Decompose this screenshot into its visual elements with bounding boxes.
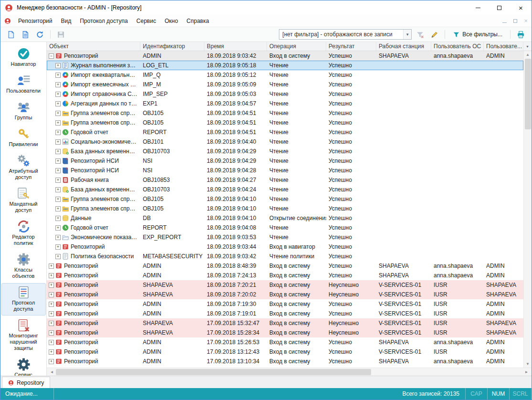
table-row[interactable]: +РепозиторийSHAPAEVA18.09.2018 7:20:21Вх… [47, 280, 523, 290]
table-row[interactable]: +Группа элементов справ...OBJ10518.09.20… [47, 118, 523, 127]
column-header-os-user[interactable]: Пользователь ОС [431, 42, 484, 51]
table-row[interactable]: +Репозиторий18.09.2018 9:03:44Вход в нав… [47, 242, 523, 252]
table-row[interactable]: +Рабочая книгаOBJ1085318.09.2018 9:04:27… [47, 175, 523, 185]
tab-repository[interactable]: Repository [2, 377, 50, 388]
tree-expander[interactable]: + [55, 168, 61, 173]
all-filters-button[interactable]: Все фильтры... [449, 29, 506, 40]
tree-expander[interactable]: + [49, 330, 54, 336]
table-row[interactable]: +Агрегация данных по те...EXP118.09.2018… [47, 99, 523, 108]
menu-window[interactable]: Окно [160, 15, 182, 27]
table-row[interactable]: +ДанныеDB18.09.2018 9:04:10Открытие соед… [47, 213, 523, 223]
table-row[interactable]: +РепозиторийADMIN18.09.2018 7:19:01Вход … [47, 309, 523, 318]
tree-expander[interactable]: + [49, 273, 54, 278]
mdi-restore-icon[interactable] [513, 18, 517, 24]
table-row[interactable]: +РепозиторийADMIN18.09.2018 7:19:30Вход … [47, 299, 523, 309]
menu-access-protocol[interactable]: Протокол доступа [75, 15, 132, 27]
column-header-object[interactable]: Объект [47, 42, 140, 51]
sidebar-item-service[interactable]: Сервис [1, 355, 46, 376]
tree-expander[interactable]: + [55, 225, 61, 231]
table-row[interactable]: +Группа элементов справ...OBJ10518.09.20… [47, 194, 523, 204]
table-row[interactable]: +РепозиторийADMIN17.09.2018 13:12:43Вход… [47, 347, 523, 357]
table-row[interactable]: +РепозиторийSHAPAEVA17.09.2018 15:32:47В… [47, 318, 523, 328]
sidebar-item-violation-monitoring[interactable]: Мониторинг нарушений защиты [1, 316, 46, 355]
sidebar-item-privileges[interactable]: Привилегии [1, 125, 46, 151]
tree-expander[interactable]: + [49, 302, 54, 307]
tree-expander[interactable]: + [55, 82, 61, 87]
table-row[interactable]: +РепозиторийADMIN17.09.2018 13:10:34Вход… [47, 357, 523, 366]
open-document-button[interactable] [20, 29, 32, 40]
table-row[interactable]: +Политика безопасностиMETABASESECURITY18… [47, 252, 523, 261]
table-row[interactable]: +РепозиторийSHAPAEVA18.09.2018 7:20:02Вх… [47, 290, 523, 299]
scroll-left-icon[interactable]: ◄ [48, 370, 55, 374]
table-row[interactable]: +РепозиторийSHAPAEVA17.09.2018 15:28:34В… [47, 328, 523, 337]
refresh-button[interactable] [34, 29, 46, 40]
table-row[interactable]: +Группа элементов справ...OBJ10518.09.20… [47, 204, 523, 213]
tree-expander[interactable]: + [49, 321, 54, 326]
table-row[interactable]: +База данных временных ...OBJ1070318.09.… [47, 185, 523, 194]
tree-expander[interactable]: + [55, 197, 61, 202]
menu-repository[interactable]: Репозиторий [14, 15, 57, 27]
tree-expander[interactable]: + [55, 130, 61, 135]
tree-expander[interactable]: + [49, 349, 54, 355]
column-header-user[interactable]: Пользовате... [484, 42, 523, 51]
maximize-button[interactable] [489, 0, 510, 15]
table-row[interactable]: +Импорт ежеквартальны...IMP_Q18.09.2018 … [47, 70, 523, 80]
sidebar-item-object-classes[interactable]: Классы объектов [1, 250, 46, 283]
menu-view[interactable]: Вид [57, 15, 76, 27]
chevron-down-icon[interactable]: ▼ [403, 30, 411, 39]
tree-expander[interactable]: + [55, 206, 61, 211]
sidebar-item-access-protocol[interactable]: Протокол доступа [1, 283, 46, 316]
tree-expander[interactable]: + [49, 263, 54, 269]
clear-filter-button[interactable] [414, 29, 426, 40]
tree-expander[interactable]: + [55, 254, 61, 259]
table-row[interactable]: +РепозиторийADMIN17.09.2018 15:26:53Вход… [47, 337, 523, 347]
tree-expander[interactable]: + [55, 158, 61, 164]
tree-expander[interactable]: + [49, 311, 54, 316]
mdi-minimize-icon[interactable] [502, 18, 507, 24]
table-row[interactable]: +Репозиторий НСИNSI18.09.2018 9:04:29Чте… [47, 156, 523, 166]
vertical-scroll-thumb[interactable] [525, 59, 531, 129]
sidebar-item-navigator[interactable]: Навигатор [1, 44, 46, 71]
tree-expander[interactable]: + [55, 101, 61, 106]
mdi-close-icon[interactable]: × [524, 17, 528, 24]
sidebar-item-policy-editor[interactable]: Редактор политик [1, 217, 46, 250]
tree-expander[interactable]: + [55, 178, 61, 183]
sidebar-item-groups[interactable]: Группы [1, 98, 46, 124]
tree-expander[interactable]: − [49, 53, 54, 59]
table-row[interactable]: +Годовой отчетREPORT18.09.2018 9:04:08Чт… [47, 223, 523, 232]
column-chooser-button[interactable]: ▼ [523, 42, 532, 51]
scroll-down-icon[interactable]: ▼ [524, 360, 532, 368]
mdi-system-menu-icon[interactable] [4, 18, 11, 24]
table-row[interactable]: +Социально-экономичес...OBJ10118.09.2018… [47, 137, 523, 147]
scroll-up-icon[interactable]: ▲ [524, 51, 532, 58]
table-row[interactable]: +Годовой отчетREPORT18.09.2018 9:04:51Чт… [47, 127, 523, 137]
print-button[interactable] [515, 29, 527, 40]
column-header-identifier[interactable]: Идентификатор [140, 42, 204, 51]
column-header-station[interactable]: Рабочая станция [376, 42, 431, 51]
tree-expander[interactable]: + [55, 120, 61, 126]
column-header-operation[interactable]: Операция [267, 42, 326, 51]
close-button[interactable]: × [510, 0, 532, 15]
table-row[interactable]: +РепозиторийADMIN18.09.2018 8:48:39Вход … [47, 261, 523, 271]
table-row[interactable]: +Импорт справочника СЭПIMP_SEP18.09.2018… [47, 89, 523, 99]
table-row[interactable]: +РепозиторийADMIN18.09.2018 7:24:13Вход … [47, 271, 523, 280]
tree-expander[interactable]: + [55, 235, 61, 240]
tree-expander[interactable]: + [55, 149, 61, 154]
table-row[interactable]: +Импорт ежемесячных д...IMP_M18.09.2018 … [47, 80, 523, 89]
tree-expander[interactable]: + [55, 73, 61, 78]
horizontal-scroll-thumb[interactable] [56, 369, 371, 375]
table-row[interactable]: −РепозиторийADMIN18.09.2018 9:03:42Вход … [47, 51, 523, 61]
tree-expander[interactable]: + [49, 359, 54, 364]
tree-expander[interactable]: + [55, 244, 61, 250]
tree-expander[interactable]: + [55, 139, 61, 145]
edit-filter-button[interactable] [428, 29, 440, 40]
table-row[interactable]: +Группа элементов справ...OBJ10518.09.20… [47, 108, 523, 118]
tree-expander[interactable]: + [49, 292, 54, 297]
tree-expander[interactable]: + [55, 92, 61, 97]
table-row[interactable]: +Экономические показат...EXP_REPORT18.09… [47, 232, 523, 242]
menu-help[interactable]: Справка [182, 15, 213, 27]
tree-expander[interactable]: + [55, 216, 61, 221]
table-row[interactable]: +База данных временных ...OBJ1070318.09.… [47, 147, 523, 156]
minimize-button[interactable] [467, 0, 489, 15]
tree-expander[interactable]: + [55, 111, 61, 116]
